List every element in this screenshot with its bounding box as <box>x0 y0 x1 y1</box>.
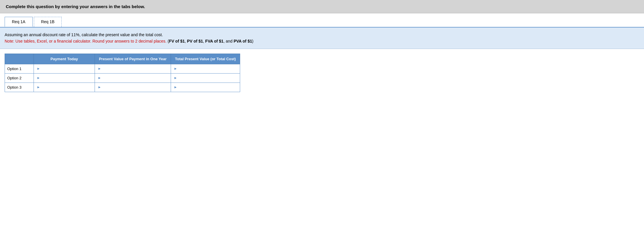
tab-req1b[interactable]: Req 1B <box>34 17 62 27</box>
option1-total-cell: ► <box>171 64 240 73</box>
arrow-icon: ► <box>174 67 177 71</box>
instruction-text: Complete this question by entering your … <box>6 4 145 9</box>
option1-payment-today-input[interactable] <box>41 66 92 72</box>
instruction-bar: Complete this question by entering your … <box>0 0 644 13</box>
option1-present-value-input[interactable] <box>102 66 168 72</box>
total-present-value-header: Total Present Value (or Total Cost) <box>171 54 240 64</box>
table-row: Option 1 ► ► ► <box>5 64 240 73</box>
option2-payment-today-input[interactable] <box>41 75 92 81</box>
arrow-icon: ► <box>37 76 40 80</box>
option2-label: Option 2 <box>5 73 34 83</box>
option2-present-value-input[interactable] <box>102 75 168 81</box>
option1-total-input[interactable] <box>178 66 237 72</box>
table-container: Payment Today Present Value of Payment i… <box>0 49 644 97</box>
present-value-header: Present Value of Payment in One Year <box>95 54 171 64</box>
option1-present-value-cell: ► <box>95 64 171 73</box>
table-row: Option 3 ► ► ► <box>5 83 240 92</box>
tabs-area: Req 1A Req 1B <box>0 13 644 28</box>
option2-total-input[interactable] <box>178 75 237 81</box>
arrow-icon: ► <box>174 85 177 89</box>
payment-today-header: Payment Today <box>34 54 95 64</box>
table-header-row: Payment Today Present Value of Payment i… <box>5 54 240 64</box>
arrow-icon: ► <box>37 67 40 71</box>
arrow-icon: ► <box>98 67 101 71</box>
note-text: Note: Use tables, Excel, or a financial … <box>5 39 167 43</box>
arrow-icon: ► <box>98 76 101 80</box>
option1-label: Option 1 <box>5 64 34 73</box>
content-area: Assuming an annual discount rate of 11%,… <box>0 28 644 49</box>
arrow-icon: ► <box>37 85 40 89</box>
data-table: Payment Today Present Value of Payment i… <box>5 54 240 92</box>
option3-label: Option 3 <box>5 83 34 92</box>
table-row: Option 2 ► ► ► <box>5 73 240 83</box>
arrow-icon: ► <box>174 76 177 80</box>
main-text: Assuming an annual discount rate of 11%,… <box>5 32 163 37</box>
option2-total-cell: ► <box>171 73 240 83</box>
link-text: (FV of $1, PV of $1, FVA of $1, and PVA … <box>168 39 253 43</box>
option1-payment-today-cell: ► <box>34 64 95 73</box>
option3-present-value-cell: ► <box>95 83 171 92</box>
option3-payment-today-cell: ► <box>34 83 95 92</box>
tab-req1a[interactable]: Req 1A <box>5 17 33 27</box>
option2-payment-today-cell: ► <box>34 73 95 83</box>
option-header <box>5 54 34 64</box>
option3-payment-today-input[interactable] <box>41 85 92 90</box>
option2-present-value-cell: ► <box>95 73 171 83</box>
option3-total-cell: ► <box>171 83 240 92</box>
option3-total-input[interactable] <box>178 85 237 90</box>
arrow-icon: ► <box>98 85 101 89</box>
option3-present-value-input[interactable] <box>102 85 168 90</box>
